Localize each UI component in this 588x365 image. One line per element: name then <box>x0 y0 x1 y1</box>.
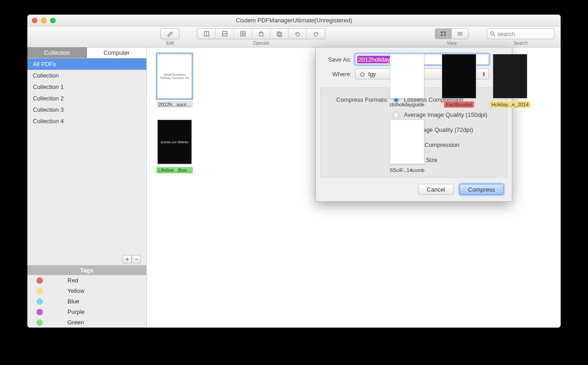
search-icon <box>490 31 495 36</box>
tags-header: Tags <box>27 266 146 275</box>
tag-label: Yellow <box>67 287 84 294</box>
search-input[interactable]: search <box>487 28 554 39</box>
thumb-item[interactable]: SSciF...14comb <box>387 120 427 173</box>
tag-label: Green <box>67 319 84 326</box>
toolbar-view-label: View <box>447 41 457 46</box>
tag-row-green[interactable]: Green <box>27 317 146 328</box>
search-placeholder: search <box>497 31 515 37</box>
updown-icon: ▴▾ <box>483 71 485 77</box>
sidebar-item-2[interactable]: Collection 1 <box>27 81 146 93</box>
tag-row-blue[interactable]: Blue <box>27 296 146 307</box>
operate-btn-5[interactable] <box>270 29 289 39</box>
tag-dot-icon <box>36 288 43 294</box>
window-title: Cisdem PDFManagerUltimate(Unregistered) <box>27 17 561 24</box>
compress-option-1[interactable]: Average Image Quality (150dpi) <box>328 111 500 118</box>
svg-rect-4 <box>259 33 263 36</box>
tag-row-red[interactable]: Red <box>27 275 146 286</box>
operate-btn-4[interactable] <box>252 29 270 39</box>
thumb-item[interactable]: Small Business Holiday Success Gu2012h..… <box>155 54 194 108</box>
tag-dot-icon <box>36 298 43 305</box>
svg-rect-7 <box>441 31 443 33</box>
tag-dot-icon <box>36 319 43 326</box>
add-collection-button[interactable]: + <box>123 255 132 263</box>
svg-rect-10 <box>444 34 446 36</box>
app-window: Cisdem PDFManagerUltimate(Unregistered) … <box>27 15 561 328</box>
thumbnail-icon <box>390 120 424 164</box>
thumb-label: Lifeline...Boo... <box>156 167 193 173</box>
remove-collection-button[interactable]: − <box>132 255 141 263</box>
where-value: lgy <box>368 71 376 78</box>
svg-rect-8 <box>444 31 446 33</box>
tag-dot-icon <box>36 309 43 315</box>
tag-label: Purple <box>67 308 85 315</box>
where-label: Where: <box>324 71 351 78</box>
tag-row-yellow[interactable]: Yellow <box>27 286 146 296</box>
compress-formats-label: Compress Formats: <box>328 96 388 103</box>
thumb-label: 2012h...succ... <box>156 101 193 108</box>
thumb-item[interactable]: ctoholidayguide <box>387 54 427 108</box>
radio-icon <box>393 112 399 118</box>
sidebar-item-5[interactable]: Collection 4 <box>27 115 146 127</box>
thumb-label: ctoholidayguide <box>388 101 426 108</box>
tag-dot-icon <box>36 277 43 284</box>
operate-btn-ocr[interactable] <box>307 29 325 39</box>
view-list-button[interactable] <box>452 29 468 39</box>
thumb-label: SSciF...14comb <box>388 167 426 173</box>
sidebar-item-0[interactable]: All PDFs <box>27 58 146 70</box>
cancel-button[interactable]: Cancel <box>418 184 454 195</box>
svg-rect-2 <box>241 31 245 36</box>
thumbnail-icon <box>493 54 527 99</box>
tab-collection[interactable]: Collection <box>27 47 87 58</box>
operate-btn-2[interactable] <box>216 29 234 39</box>
operate-btn-1[interactable] <box>197 29 216 39</box>
thumbnail-icon <box>390 54 424 99</box>
sidebar-item-3[interactable]: Collection 2 <box>27 93 146 104</box>
tag-label: Red <box>67 277 78 284</box>
thumbnail-icon: andrea corr lifelines <box>157 120 192 164</box>
view-grid-button[interactable] <box>435 29 452 39</box>
tag-label: Blue <box>67 298 79 305</box>
svg-rect-3 <box>242 33 244 35</box>
sidebar: Collection Computer All PDFsCollectionCo… <box>27 47 147 328</box>
compress-button[interactable]: Compress <box>459 184 504 195</box>
tab-computer[interactable]: Computer <box>87 47 147 58</box>
svg-rect-9 <box>441 34 443 36</box>
edit-button[interactable] <box>161 29 179 39</box>
thumb-label: Holiday...e_2014 <box>490 101 531 108</box>
toolbar-operate-label: Operate <box>253 41 269 46</box>
operate-btn-3[interactable] <box>234 29 252 39</box>
compress-option-label: Average Image Quality (150dpi) <box>404 111 487 118</box>
thumb-item[interactable]: andrea corr lifelinesLifeline...Boo... <box>155 120 194 173</box>
save-as-label: Save As: <box>324 56 351 63</box>
titlebar: Cisdem PDFManagerUltimate(Unregistered) <box>27 15 561 26</box>
thumb-item[interactable]: FactBooklet <box>439 54 479 108</box>
tag-row-purple[interactable]: Purple <box>27 307 146 317</box>
svg-point-11 <box>491 32 494 35</box>
toolbar-search-label: Search <box>513 41 528 46</box>
toolbar-edit-label: Edit <box>166 41 174 46</box>
content-grid: Save As: 2012holidaysuccess.pdf Where: <box>147 47 561 328</box>
thumbnail-icon: Small Business Holiday Success Gu <box>157 54 192 99</box>
thumb-item[interactable]: Holiday...e_2014 <box>490 54 530 108</box>
home-icon <box>359 71 366 77</box>
thumb-label: FactBooklet <box>444 101 474 108</box>
sidebar-item-1[interactable]: Collection <box>27 70 146 81</box>
operate-btn-6[interactable] <box>289 29 307 39</box>
thumbnail-icon <box>442 54 476 99</box>
toolbar: Edit Operate V <box>27 26 561 47</box>
sidebar-item-4[interactable]: Collection 3 <box>27 104 146 115</box>
